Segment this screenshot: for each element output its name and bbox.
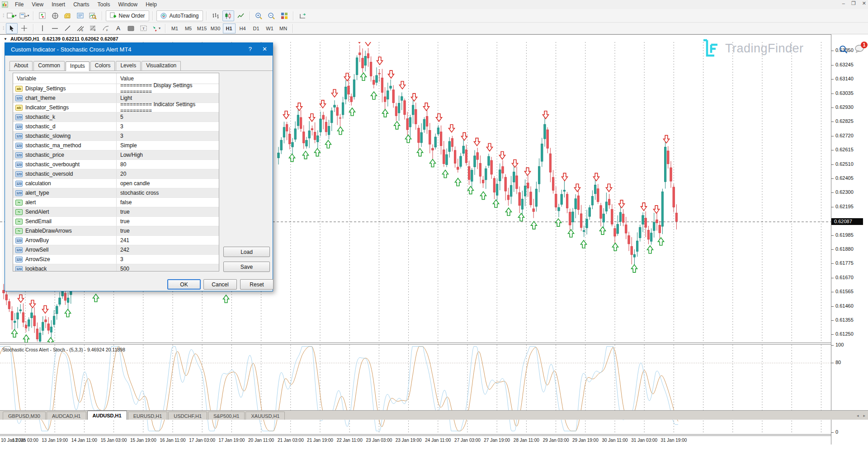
horizontal-line-tool-icon[interactable] (49, 23, 61, 34)
menu-insert[interactable]: Insert (47, 0, 69, 9)
date-axis[interactable]: 10 Jan 202513 Jan 03:0013 Jan 19:0014 Ja… (0, 435, 831, 445)
dialog-help-button[interactable]: ? (249, 46, 252, 52)
input-row[interactable]: 123stochastic_slowing3 (13, 131, 219, 141)
chart-profiles-icon[interactable]: ▾ (19, 10, 30, 21)
dialog-title-bar[interactable]: Custom Indicator - Stochastic Cross Aler… (5, 43, 273, 56)
param-value[interactable]: true (116, 207, 219, 216)
param-value[interactable]: 3 (116, 122, 219, 131)
menu-charts[interactable]: Charts (69, 0, 93, 9)
input-row[interactable]: ~SendAlerttrue (13, 207, 219, 217)
save-button[interactable]: Save (223, 262, 270, 272)
chart-menu-caret-icon[interactable]: ▼ (4, 37, 7, 41)
chart-shift-icon[interactable] (297, 10, 308, 21)
menu-help[interactable]: Help (142, 0, 161, 9)
param-value[interactable]: true (116, 226, 219, 235)
text-box-tool-icon[interactable]: T (138, 23, 150, 34)
text-tool-icon[interactable]: A (113, 23, 124, 34)
input-row[interactable]: 123ArrowBuy241 (13, 236, 219, 245)
input-row[interactable]: 123stochastic_oversold20 (13, 169, 219, 179)
zoom-in-icon[interactable] (253, 10, 265, 21)
param-value[interactable]: Low/High (116, 150, 219, 159)
timeframe-h4[interactable]: H4 (236, 23, 249, 33)
input-row[interactable]: 123lookback500 (13, 264, 219, 271)
load-button[interactable]: Load (223, 247, 270, 257)
param-value[interactable]: 242 (116, 245, 219, 254)
fibonacci-fan-tool-icon[interactable]: F (100, 23, 112, 34)
param-value[interactable]: open candle (116, 179, 219, 188)
toolbar-grip[interactable]: ⁞⁞ (3, 26, 4, 31)
param-value[interactable]: stochastic cross (116, 188, 219, 197)
arrow-objects-icon[interactable]: ▾ (151, 23, 162, 34)
bar-chart-icon[interactable] (210, 10, 222, 21)
chart-symbol-line[interactable]: ▼ AUDUSD,H1 0.62139 0.62211 0.62062 0.62… (4, 36, 118, 42)
text-label-tool-icon[interactable] (125, 23, 137, 34)
param-value[interactable]: 20 (116, 169, 219, 178)
param-value[interactable]: 500 (116, 264, 219, 271)
inputs-table[interactable]: Variable Value abDisplay_Settings=======… (13, 73, 219, 271)
price-axis[interactable]: 0.62087 0.633500.632450.631400.630350.62… (831, 34, 868, 445)
dialog-tab-visualization[interactable]: Visualization (142, 61, 181, 70)
timeframe-d1[interactable]: D1 (250, 23, 263, 33)
navigator-icon[interactable] (49, 10, 61, 21)
input-row[interactable]: 123stochastic_overbought80 (13, 160, 219, 169)
trendline-tool-icon[interactable] (62, 23, 74, 34)
param-value[interactable]: true (116, 217, 219, 226)
chart-tab-audcadh1[interactable]: AUDCAD,H1 (47, 412, 86, 420)
param-value[interactable]: Simple (116, 141, 219, 150)
input-row[interactable]: 123stochastic_ma_methodSimple (13, 141, 219, 150)
timeframe-h1[interactable]: H1 (223, 23, 236, 33)
strategy-tester-icon[interactable] (87, 10, 99, 21)
line-chart-icon[interactable] (235, 10, 247, 21)
timeframe-w1[interactable]: W1 (264, 23, 276, 33)
param-value[interactable]: ========== Indicator Settings ========== (116, 103, 219, 112)
candlestick-chart-icon[interactable] (222, 10, 234, 21)
param-value[interactable]: ========== Display Settings ========== (116, 84, 219, 93)
dialog-close-button[interactable]: ✕ (262, 46, 267, 52)
dialog-tab-inputs[interactable]: Inputs (66, 61, 90, 71)
market-watch-icon[interactable] (37, 10, 48, 21)
chart-tab-sp500h1[interactable]: S&P500,H1 (208, 412, 245, 420)
dialog-tab-levels[interactable]: Levels (116, 61, 141, 70)
cancel-button[interactable]: Cancel (203, 279, 237, 290)
new-order-button[interactable]: New Order (106, 10, 149, 21)
input-row[interactable]: ~EnableDrawArrowstrue (13, 226, 219, 236)
crosshair-tool-icon[interactable] (19, 23, 30, 34)
menu-file[interactable]: File (11, 0, 28, 9)
input-row[interactable]: ~SendEmailtrue (13, 217, 219, 226)
stochastic-panel-canvas[interactable] (0, 345, 831, 435)
input-row[interactable]: 123alert_typestochastic cross (13, 188, 219, 198)
timeframe-m1[interactable]: M1 (169, 23, 181, 33)
terminal-icon[interactable] (75, 10, 86, 21)
vertical-line-tool-icon[interactable] (37, 23, 48, 34)
ok-button[interactable]: OK (167, 279, 201, 290)
chart-tab-usdchfh1[interactable]: USDCHF,H1 (168, 412, 207, 420)
fibonacci-retracement-tool-icon[interactable]: F (87, 23, 99, 34)
dialog-tab-colors[interactable]: Colors (90, 61, 115, 70)
cursor-tool-icon[interactable] (6, 23, 18, 34)
favorites-icon[interactable] (62, 10, 74, 21)
param-value[interactable]: 5 (116, 112, 219, 122)
input-row[interactable]: 123ArrowSize3 (13, 255, 219, 264)
timeframe-m5[interactable]: M5 (182, 23, 195, 33)
dialog-tab-about[interactable]: About (9, 61, 33, 70)
chart-tab-audusdh1[interactable]: AUDUSD,H1 (87, 411, 127, 420)
toolbar-grip[interactable]: ⁞⁞ (3, 13, 4, 18)
input-row[interactable]: 123calculationopen candle (13, 179, 219, 188)
input-row[interactable]: 123stochastic_priceLow/High (13, 150, 219, 160)
input-row[interactable]: ~alertfalse (13, 198, 219, 207)
autotrading-button[interactable]: AutoTrading (156, 10, 203, 21)
param-value[interactable]: false (116, 198, 219, 207)
chart-tab-eurusdh1[interactable]: EURUSD,H1 (128, 412, 168, 420)
timeframe-m30[interactable]: M30 (209, 23, 222, 33)
chat-bubble-icon[interactable]: 1 (854, 45, 864, 55)
chart-tab-gbpusdm30[interactable]: GBPUSD,M30 (3, 412, 46, 420)
new-chart-icon[interactable]: ▾ (6, 10, 18, 21)
tab-scroll-left-icon[interactable]: ◂ (857, 413, 859, 418)
zoom-out-icon[interactable] (266, 10, 278, 21)
reset-button[interactable]: Reset (240, 279, 274, 290)
restore-button[interactable]: ❐ (851, 0, 856, 6)
dialog-tab-common[interactable]: Common (33, 61, 65, 70)
tab-scroll-right-icon[interactable]: ▸ (863, 413, 865, 418)
close-button[interactable]: ✕ (862, 0, 866, 6)
param-value[interactable]: 241 (116, 236, 219, 245)
